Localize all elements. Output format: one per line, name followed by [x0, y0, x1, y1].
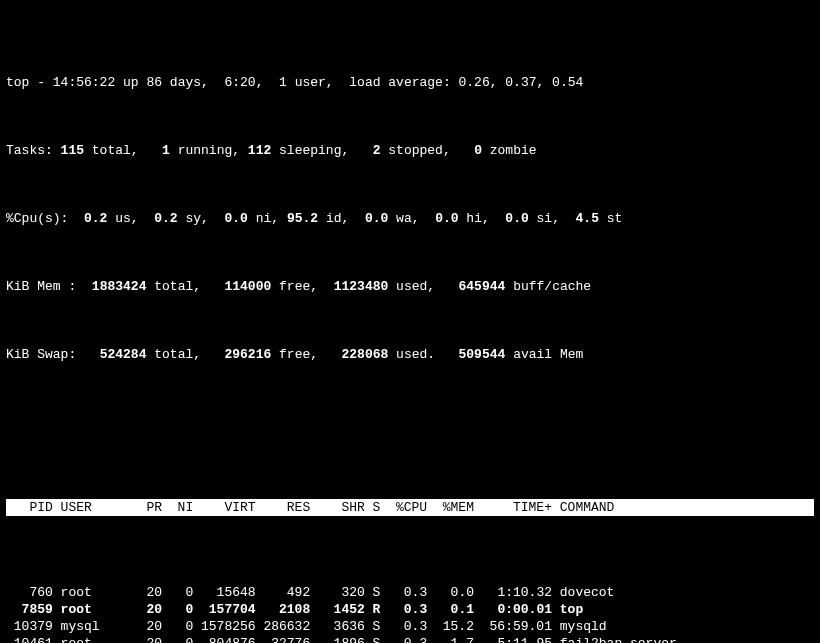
process-row: 10379mysql20015782562866323636S0.315.256… — [6, 618, 814, 635]
cell-shr: 3636 — [310, 618, 365, 635]
cell-pid: 760 — [6, 584, 53, 601]
cell-pid: 10461 — [6, 635, 53, 643]
col-mem[interactable]: %MEM — [427, 499, 474, 516]
summary-line-uptime: top - 14:56:22 up 86 days, 6:20, 1 user,… — [6, 74, 814, 91]
cell-mem: 1.7 — [427, 635, 474, 643]
col-ni[interactable]: NI — [162, 499, 193, 516]
summary-line-mem: KiB Mem : 1883424 total, 114000 free, 11… — [6, 278, 814, 295]
cell-cpu: 0.3 — [380, 601, 427, 618]
cell-virt: 804876 — [193, 635, 255, 643]
cell-cmd: fail2ban-server — [552, 635, 814, 643]
col-time[interactable]: TIME+ — [474, 499, 552, 516]
cell-user: mysql — [53, 618, 131, 635]
process-table-body: 760root20015648492320S0.30.01:10.32dovec… — [6, 584, 814, 643]
cell-pid: 10379 — [6, 618, 53, 635]
cell-shr: 1452 — [310, 601, 365, 618]
cell-pr: 20 — [131, 601, 162, 618]
cell-res: 32776 — [256, 635, 311, 643]
col-pid[interactable]: PID — [6, 499, 53, 516]
cell-virt: 15648 — [193, 584, 255, 601]
cell-time: 1:10.32 — [474, 584, 552, 601]
cell-ni: 0 — [162, 601, 193, 618]
blank-line — [6, 414, 814, 431]
cell-cmd: top — [552, 601, 814, 618]
process-table-header[interactable]: PID USER PR NI VIRT RES SHR S %CPU %MEM … — [6, 499, 814, 516]
cell-pr: 20 — [131, 618, 162, 635]
cell-virt: 1578256 — [193, 618, 255, 635]
cell-ni: 0 — [162, 618, 193, 635]
cell-pr: 20 — [131, 584, 162, 601]
col-res[interactable]: RES — [256, 499, 311, 516]
cell-user: root — [53, 635, 131, 643]
cell-mem: 0.0 — [427, 584, 474, 601]
cell-cmd: mysqld — [552, 618, 814, 635]
cell-s: S — [365, 618, 381, 635]
cell-shr: 320 — [310, 584, 365, 601]
process-row: 7859root20015770421081452R0.30.10:00.01t… — [6, 601, 814, 618]
cell-user: root — [53, 601, 131, 618]
cell-cpu: 0.3 — [380, 584, 427, 601]
cell-ni: 0 — [162, 635, 193, 643]
cell-time: 0:00.01 — [474, 601, 552, 618]
col-user[interactable]: USER — [53, 499, 131, 516]
col-s[interactable]: S — [365, 499, 381, 516]
cell-s: S — [365, 584, 381, 601]
summary-line-cpu: %Cpu(s): 0.2 us, 0.2 sy, 0.0 ni, 95.2 id… — [6, 210, 814, 227]
summary-line-tasks: Tasks: 115 total, 1 running, 112 sleepin… — [6, 142, 814, 159]
process-row: 10461root200804876327761896S0.31.75:11.9… — [6, 635, 814, 643]
cell-s: R — [365, 601, 381, 618]
cell-time: 56:59.01 — [474, 618, 552, 635]
cell-cmd: dovecot — [552, 584, 814, 601]
cell-time: 5:11.95 — [474, 635, 552, 643]
cell-res: 2108 — [256, 601, 311, 618]
cell-shr: 1896 — [310, 635, 365, 643]
summary-line-swap: KiB Swap: 524284 total, 296216 free, 228… — [6, 346, 814, 363]
cell-res: 492 — [256, 584, 311, 601]
cell-s: S — [365, 635, 381, 643]
cell-res: 286632 — [256, 618, 311, 635]
cell-mem: 0.1 — [427, 601, 474, 618]
col-cmd[interactable]: COMMAND — [552, 499, 814, 516]
cell-user: root — [53, 584, 131, 601]
cell-cpu: 0.3 — [380, 618, 427, 635]
cell-pr: 20 — [131, 635, 162, 643]
col-pr[interactable]: PR — [131, 499, 162, 516]
col-virt[interactable]: VIRT — [193, 499, 255, 516]
cell-mem: 15.2 — [427, 618, 474, 635]
cell-ni: 0 — [162, 584, 193, 601]
col-cpu[interactable]: %CPU — [380, 499, 427, 516]
terminal-screen[interactable]: top - 14:56:22 up 86 days, 6:20, 1 user,… — [0, 0, 820, 643]
process-row: 760root20015648492320S0.30.01:10.32dovec… — [6, 584, 814, 601]
col-shr[interactable]: SHR — [310, 499, 365, 516]
cell-virt: 157704 — [193, 601, 255, 618]
cell-cpu: 0.3 — [380, 635, 427, 643]
cell-pid: 7859 — [6, 601, 53, 618]
